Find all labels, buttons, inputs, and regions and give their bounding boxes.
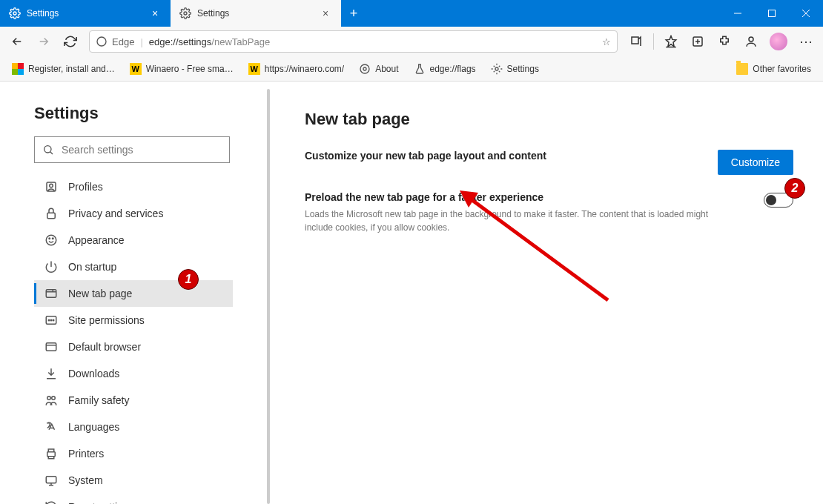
nav-site-permissions[interactable]: Site permissions <box>34 307 233 334</box>
browser-tab-inactive[interactable]: Settings × <box>0 0 171 27</box>
customize-button[interactable]: Customize <box>718 150 793 175</box>
svg-rect-19 <box>47 213 56 219</box>
nav-languages[interactable]: Languages <box>34 414 233 440</box>
app-menu-button[interactable]: ⋯ <box>793 30 819 53</box>
svg-point-0 <box>13 12 16 15</box>
svg-rect-30 <box>46 343 56 351</box>
extensions-button[interactable] <box>712 30 737 53</box>
nav-downloads[interactable]: Downloads <box>34 360 233 387</box>
nav-label: Privacy and services <box>68 208 163 219</box>
svg-point-32 <box>47 397 51 400</box>
edge-icon <box>96 36 108 47</box>
nav-label: On startup <box>68 261 116 273</box>
collections-button[interactable] <box>685 30 710 53</box>
lock-icon <box>44 207 58 220</box>
family-icon <box>44 394 58 407</box>
nav-label: Printers <box>68 448 104 460</box>
bookmark-label: https://winaero.com/ <box>265 64 344 74</box>
annotation-badge-1: 1 <box>178 269 199 290</box>
browser-icon <box>44 340 58 354</box>
bookmark-label: Other favorites <box>753 64 811 74</box>
svg-line-16 <box>50 152 53 154</box>
svg-rect-3 <box>769 10 776 17</box>
address-bar[interactable]: Edge | edge://settings/newTabPage ☆ <box>89 30 618 53</box>
system-icon <box>44 474 58 487</box>
site-icon: W <box>130 63 142 75</box>
nav-label: Site permissions <box>68 314 145 326</box>
send-to-devices-button[interactable] <box>624 30 649 53</box>
content-area: Settings Search settings Profiles Privac… <box>0 82 823 504</box>
other-favorites-button[interactable]: Other favorites <box>730 60 817 78</box>
nav-privacy[interactable]: Privacy and services <box>34 200 233 227</box>
tab-title: Settings <box>27 8 59 19</box>
forward-button[interactable] <box>31 30 56 53</box>
settings-heading: Settings <box>34 104 263 123</box>
language-icon <box>44 420 58 434</box>
nav-reset-settings[interactable]: Reset settings <box>34 494 233 504</box>
bookmark-item[interactable]: edge://flags <box>408 60 482 78</box>
svg-line-40 <box>467 196 608 300</box>
bookmark-item[interactable]: WWinaero - Free sma… <box>124 60 239 78</box>
plus-icon: + <box>350 6 358 21</box>
user-avatar[interactable] <box>770 33 787 50</box>
bookmark-label: edge://flags <box>430 64 476 74</box>
refresh-button[interactable] <box>58 30 83 53</box>
favorite-star-button[interactable]: ☆ <box>602 36 611 47</box>
site-identity[interactable]: Edge <box>96 36 134 47</box>
identity-label: Edge <box>112 36 134 47</box>
bookmark-item[interactable]: Whttps://winaero.com/ <box>242 60 350 78</box>
bookmark-label: About <box>375 64 398 74</box>
nav-family-safety[interactable]: Family safety <box>34 387 233 414</box>
minimize-button[interactable] <box>721 0 755 27</box>
bookmark-label: Register, install and… <box>28 64 115 74</box>
nav-label: Profiles <box>68 181 103 193</box>
svg-rect-23 <box>46 290 56 298</box>
favorites-button[interactable] <box>658 30 684 53</box>
nav-startup[interactable]: On startup <box>34 253 233 280</box>
browser-toolbar: Edge | edge://settings/newTabPage ☆ ⋯ <box>0 27 823 56</box>
newtab-icon <box>44 287 58 300</box>
nav-default-browser[interactable]: Default browser <box>34 334 233 360</box>
annotation-arrow <box>452 182 615 308</box>
svg-point-28 <box>50 319 52 321</box>
printer-icon <box>44 447 58 460</box>
browser-tab-active[interactable]: Settings × <box>171 0 341 27</box>
bookmark-item[interactable]: Register, install and… <box>6 60 121 78</box>
nav-label: System <box>68 474 103 486</box>
svg-point-22 <box>53 238 54 239</box>
nav-label: New tab page <box>68 288 132 299</box>
nav-profiles[interactable]: Profiles <box>34 173 233 200</box>
maximize-button[interactable] <box>755 0 789 27</box>
close-window-button[interactable] <box>789 0 823 27</box>
svg-point-11 <box>749 37 753 42</box>
tab-close-button[interactable]: × <box>317 7 334 19</box>
bookmark-label: Winaero - Free sma… <box>146 64 234 74</box>
appearance-icon <box>44 233 58 247</box>
nav-printers[interactable]: Printers <box>34 440 233 467</box>
window-controls <box>721 0 823 27</box>
new-tab-button[interactable]: + <box>341 0 366 27</box>
svg-point-14 <box>495 67 498 70</box>
annotation-badge-2: 2 <box>784 178 805 199</box>
tab-close-button[interactable]: × <box>147 7 163 19</box>
customize-row: Customize your new tab page layout and c… <box>305 150 793 175</box>
nav-appearance[interactable]: Appearance <box>34 227 233 253</box>
page-heading: New tab page <box>305 110 793 129</box>
search-settings-input[interactable]: Search settings <box>34 136 230 163</box>
reset-icon <box>44 500 58 504</box>
nav-system[interactable]: System <box>34 467 233 494</box>
search-icon <box>42 144 54 156</box>
svg-point-33 <box>52 397 56 400</box>
svg-point-27 <box>48 319 50 321</box>
svg-point-15 <box>44 146 51 153</box>
separator: | <box>140 36 142 47</box>
bookmark-item[interactable]: Settings <box>485 60 545 78</box>
bookmark-item[interactable]: About <box>353 60 404 78</box>
profile-button[interactable] <box>738 30 764 53</box>
nav-new-tab-page[interactable]: New tab page <box>34 280 233 307</box>
svg-point-13 <box>360 64 369 73</box>
tab-title: Settings <box>197 8 229 19</box>
back-button[interactable] <box>4 30 30 53</box>
svg-rect-35 <box>46 477 56 483</box>
svg-point-20 <box>46 235 56 245</box>
